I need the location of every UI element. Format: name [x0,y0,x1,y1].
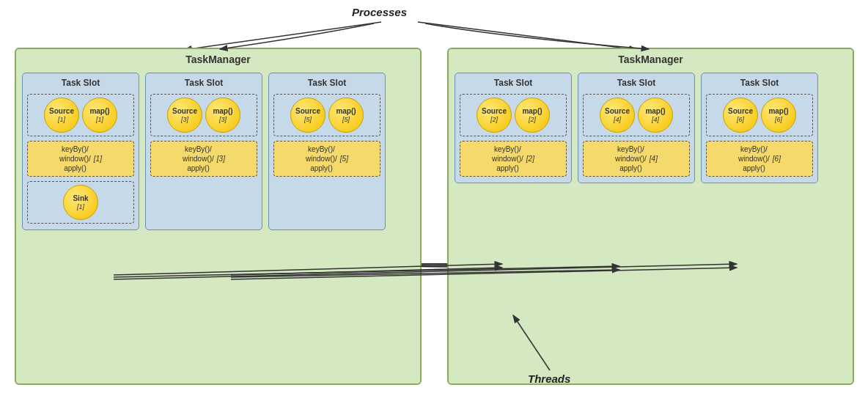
svg-line-2 [418,22,638,50]
threads-label: Threads [528,372,570,385]
right-s2-map: map() [4] [638,98,673,133]
right-s2-source: Source [4] [600,98,635,133]
right-s3-map: map() [6] [761,98,796,133]
right-tm-title: TaskManager [449,49,853,68]
right-s3-source: Source [6] [723,98,758,133]
left-s2-keybywnd: keyBy()/window()/apply()[3] [150,141,257,177]
left-s1-source: Source [1] [44,98,79,133]
right-s3-keybywnd: keyBy()/window()/apply()[6] [706,141,813,177]
left-s3-source: Source [5] [290,98,326,133]
right-s1-source: Source [2] [477,98,512,133]
right-s1-keybywnd: keyBy()/window()/apply()[2] [460,141,567,177]
left-tm-title: TaskManager [16,49,420,68]
svg-line-1 [183,22,381,50]
left-s3-map: map() [5] [328,98,364,133]
right-slot-2-source-map: Source [4] map() [4] [583,94,690,136]
left-s1-sink-box: Sink [1] [27,181,134,224]
left-slot-3: Task Slot Source [5] map() [5] keyBy()/w… [268,73,386,230]
right-slot-1: Task Slot Source [2] map() [2] keyBy()/w… [455,73,572,183]
processes-label: Processes [352,6,407,18]
right-s1-map: map() [2] [515,98,550,133]
left-s1-keybywnd: keyBy()/window()/apply()[1] [27,141,134,177]
left-slot-2: Task Slot Source [3] map() [3] keyBy()/w… [145,73,262,230]
right-slot-2: Task Slot Source [4] map() [4] keyBy()/w… [578,73,695,183]
right-slot-3-source-map: Source [6] map() [6] [706,94,813,136]
right-slot-3: Task Slot Source [6] map() [6] keyBy()/w… [701,73,818,183]
left-s1-sink: Sink [1] [63,185,98,220]
right-slot-1-source-map: Source [2] map() [2] [460,94,567,136]
left-task-manager: TaskManager Task Slot Source [1] map() [… [15,48,422,385]
right-task-manager: TaskManager Task Slot Source [2] map() [… [447,48,854,385]
left-slot-1: Task Slot Source [1] map() [1] keyBy()/w… [22,73,139,230]
left-slot-2-title: Task Slot [150,78,257,88]
left-s2-source: Source [3] [167,98,202,133]
left-slot-3-title: Task Slot [273,78,380,88]
right-slot-1-title: Task Slot [460,78,567,88]
left-slot-1-title: Task Slot [27,78,134,88]
left-s1-map: map() [1] [82,98,117,133]
left-s3-keybywnd: keyBy()/window()/apply()[5] [273,141,380,177]
diagram-container: Processes TaskManager [0,0,868,415]
left-s2-map: map() [3] [205,98,240,133]
right-slot-2-title: Task Slot [583,78,690,88]
right-slot-3-title: Task Slot [706,78,813,88]
left-slot-2-source-map: Source [3] map() [3] [150,94,257,136]
left-slot-1-source-map: Source [1] map() [1] [27,94,134,136]
right-s2-keybywnd: keyBy()/window()/apply()[4] [583,141,690,177]
left-slot-3-source-map: Source [5] map() [5] [273,94,380,136]
